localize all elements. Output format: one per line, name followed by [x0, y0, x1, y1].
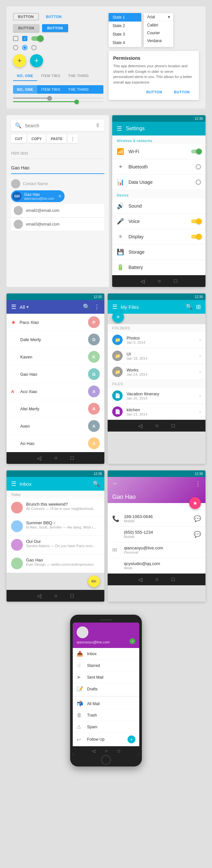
contacts-search-icon[interactable]: 🔍 [83, 303, 90, 310]
settings-battery-item[interactable]: 🔋 Battery [112, 260, 206, 275]
radio-unchecked-2[interactable] [31, 45, 37, 50]
contacts-home-btn[interactable]: ○ [54, 455, 58, 461]
inbox-back-btn[interactable]: ◁ [37, 593, 41, 599]
active-input[interactable]: Gao Hao [11, 162, 104, 174]
contacts-more-icon[interactable]: ⋮ [94, 303, 100, 310]
folder-ui[interactable]: 📁 UI Jan 18, 2014 › [108, 348, 206, 364]
checkbox-unchecked[interactable] [13, 36, 18, 41]
inbox-menu-icon[interactable]: ☰ [11, 480, 16, 487]
files-menu-icon[interactable]: ☰ [112, 303, 117, 310]
tab-filled-item-3[interactable]: THE THIRD [64, 85, 93, 94]
drawer-recents-btn[interactable]: □ [117, 748, 120, 753]
contacts-recents-btn[interactable]: □ [70, 455, 74, 461]
detail-more-icon[interactable]: ⋮ [195, 480, 201, 487]
contact-email-1[interactable]: ✉ qiancaoyu@live.com Personal [108, 542, 206, 558]
inbox-home-btn[interactable]: ○ [54, 593, 58, 599]
drawer-item-starred[interactable]: ☆ Starred [73, 660, 139, 672]
tab-filled-item-1[interactable]: NO, ONE [13, 85, 37, 94]
email-suggestion-2[interactable]: email3@email.com [11, 218, 104, 231]
file-kitchen[interactable]: 📄 kitchen Jan 21, 2014 › [108, 404, 206, 420]
inbox-item-oui[interactable]: Oui Oui Sandra Adams — Do you have Paris… [6, 536, 104, 554]
state-item-4[interactable]: State 4 [109, 38, 141, 47]
inbox-recents-btn[interactable]: □ [70, 593, 74, 599]
button-raised-blue[interactable]: BUTTON [42, 24, 69, 32]
inbox-search-icon[interactable]: 🔍 [93, 480, 100, 487]
files-home-btn[interactable]: ○ [155, 423, 158, 429]
phone-action-1[interactable]: 💬 [194, 515, 201, 522]
detail-back-icon[interactable]: ← [112, 480, 118, 487]
permissions-btn-2[interactable]: BUTTON [169, 89, 195, 95]
radio-unchecked-1[interactable] [13, 45, 18, 50]
inbox-item-brunch[interactable]: Brunch this weekend? Ali Connors — I'll … [6, 498, 104, 517]
font-item-1[interactable]: Calibri [144, 21, 173, 29]
files-recents-btn[interactable]: □ [172, 423, 175, 429]
contact-list-item[interactable]: Kaven K [6, 348, 104, 366]
state-item-1[interactable]: State 1 [109, 13, 141, 22]
button-flat-blue[interactable]: BUTTON [41, 13, 67, 20]
radio-checked[interactable] [22, 45, 27, 50]
tab-item-1[interactable]: NO, ONE [13, 71, 37, 81]
search-input[interactable] [25, 123, 95, 128]
physical-home-button[interactable] [101, 755, 111, 765]
email-suggestion-1[interactable]: email2@email.com [11, 204, 104, 217]
hamburger-icon[interactable]: ☰ [117, 125, 122, 132]
voice-toggle[interactable] [191, 219, 201, 223]
checkbox-checked[interactable]: ✓ [22, 36, 27, 41]
drawer-followup-fab[interactable]: + [128, 736, 135, 743]
copy-button[interactable]: COPY [28, 134, 46, 143]
state-item-2[interactable]: State 2 [109, 22, 141, 30]
permissions-btn-1[interactable]: BUTTON [142, 89, 167, 95]
settings-data-usage-item[interactable]: 📊 Data Usage [112, 175, 206, 190]
contact-phone-1[interactable]: 📞 189-1063-0646 Mobile 💬 [108, 511, 206, 527]
files-grid-icon[interactable]: ⊞ [196, 303, 201, 310]
contact-list-item[interactable]: Dafe Merfy D [6, 331, 104, 348]
drawer-item-followup[interactable]: ↩ Follow Up + [73, 733, 139, 746]
detail-recents-btn[interactable]: □ [172, 577, 175, 582]
cut-button[interactable]: CUT [11, 134, 27, 143]
drawer-home-btn[interactable]: ○ [105, 748, 108, 753]
button-outlined[interactable]: BUTTON [13, 13, 39, 20]
inbox-fab[interactable]: ✏ [88, 576, 100, 587]
hint-input[interactable]: Hint text [11, 148, 104, 159]
drawer-item-inbox[interactable]: 📥 Inbox [73, 648, 139, 660]
home-button[interactable]: ○ [157, 278, 161, 284]
settings-wifi-item[interactable]: 📶 Wi-Fi [112, 144, 206, 159]
contacts-back-btn[interactable]: ◁ [37, 455, 41, 461]
drawer-back-btn[interactable]: ◁ [92, 748, 95, 753]
drawer-item-trash[interactable]: 🗑 Trash [73, 710, 139, 721]
chip-close-icon[interactable]: ✕ [58, 193, 62, 199]
contacts-chevron-icon[interactable]: ▾ [27, 304, 29, 309]
toggle-switch-on[interactable] [31, 36, 43, 41]
contacts-menu-icon[interactable]: ☰ [11, 303, 16, 310]
folder-photos[interactable]: 📁 Photos Jan 9, 2014 › [108, 332, 206, 348]
detail-home-btn[interactable]: ○ [155, 577, 158, 582]
folder-more-ui[interactable]: › [199, 353, 201, 359]
bluetooth-toggle[interactable] [196, 164, 201, 169]
contact-email-2[interactable]: qcystudio@qq.com Work [108, 558, 206, 574]
paste-button[interactable]: PASTE [47, 134, 67, 143]
fab-teal[interactable]: + [30, 54, 43, 67]
fab-yellow[interactable]: + [13, 54, 26, 67]
file-more-vacation[interactable]: › [199, 393, 201, 399]
settings-voice-item[interactable]: 🎤 Voice [112, 214, 206, 229]
display-toggle[interactable] [191, 235, 201, 239]
wifi-toggle[interactable] [191, 150, 201, 153]
inbox-item-bbq[interactable]: Summer BBQ 4 to Alex, Scott, Jennifer — … [6, 517, 104, 536]
drawer-item-sent[interactable]: ➤ Sent Mail [73, 672, 139, 683]
contact-list-item[interactable]: Afei Merfy A [6, 400, 104, 417]
contact-chip[interactable]: GH Gao Hao qiancaoyu@live.com ✕ [11, 190, 65, 202]
folder-works[interactable]: 📁 Works Jan 24, 2014 › [108, 364, 206, 380]
phone-action-2[interactable]: 💬 [194, 531, 201, 538]
inbox-item-gaohao[interactable]: Gao Hao Ever Design — weibo.com/cardimpr… [6, 554, 104, 573]
settings-storage-item[interactable]: 💾 Storage [112, 245, 206, 260]
slider-green[interactable] [13, 101, 103, 102]
files-search-icon[interactable]: 🔍 [185, 303, 193, 310]
drawer-item-drafts[interactable]: 📝 Drafts [73, 683, 139, 695]
contact-list-item[interactable]: ★ Paco Xiao P [6, 314, 104, 331]
files-fab[interactable]: + [112, 311, 124, 323]
state-item-3[interactable]: State 3 [109, 30, 141, 38]
tab-filled-item-2[interactable]: ITEM TWO [37, 85, 64, 94]
slider-gray[interactable] [13, 98, 103, 99]
file-vacation[interactable]: 📄 Vacation Itinerary Jan 20, 2014 › [108, 388, 206, 404]
settings-sound-item[interactable]: 🔊 Sound [112, 198, 206, 214]
